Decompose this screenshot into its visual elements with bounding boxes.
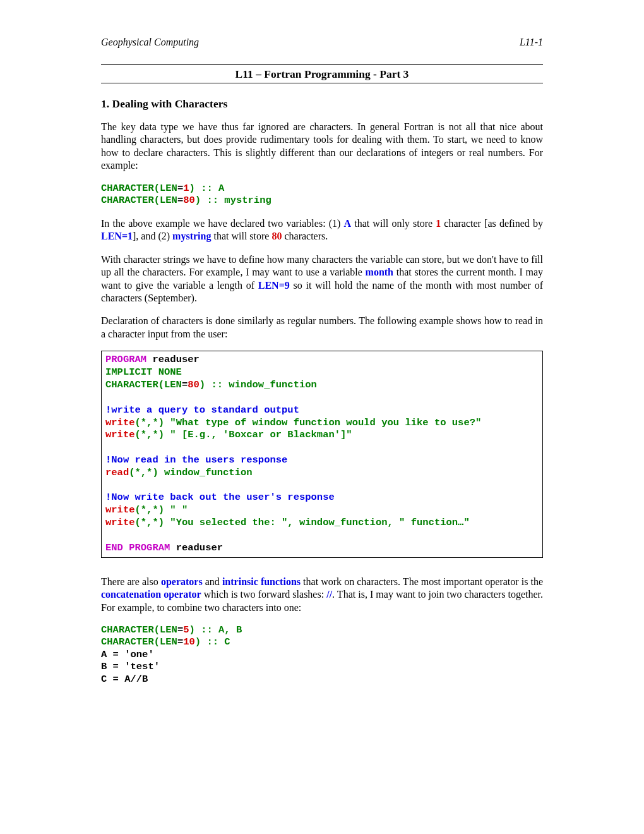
code-box-readuser: PROGRAM readuser IMPLICIT NONE CHARACTER… — [101, 351, 543, 557]
page: Geophysical Computing L11-1 L11 – Fortra… — [0, 0, 644, 834]
paragraph-operators: There are also operators and intrinsic f… — [101, 576, 543, 614]
header-right: L11-1 — [520, 37, 543, 48]
paragraph-explain-vars: In the above example we have declared tw… — [101, 217, 543, 243]
page-header: Geophysical Computing L11-1 — [101, 37, 543, 48]
code-concat-example: CHARACTER(LEN=5) :: A, B CHARACTER(LEN=1… — [101, 624, 543, 686]
title-rule-bottom — [101, 83, 543, 83]
paragraph-month-example: With character strings we have to define… — [101, 253, 543, 305]
paragraph-intro: The key data type we have thus far ignor… — [101, 121, 543, 172]
header-left: Geophysical Computing — [101, 37, 199, 48]
page-title: L11 – Fortran Programming - Part 3 — [101, 65, 543, 83]
section-heading: 1. Dealing with Characters — [101, 97, 543, 111]
paragraph-read-intro: Declaration of characters is done simila… — [101, 315, 543, 341]
code-declaration-example: CHARACTER(LEN=1) :: A CHARACTER(LEN=80) … — [101, 183, 543, 207]
